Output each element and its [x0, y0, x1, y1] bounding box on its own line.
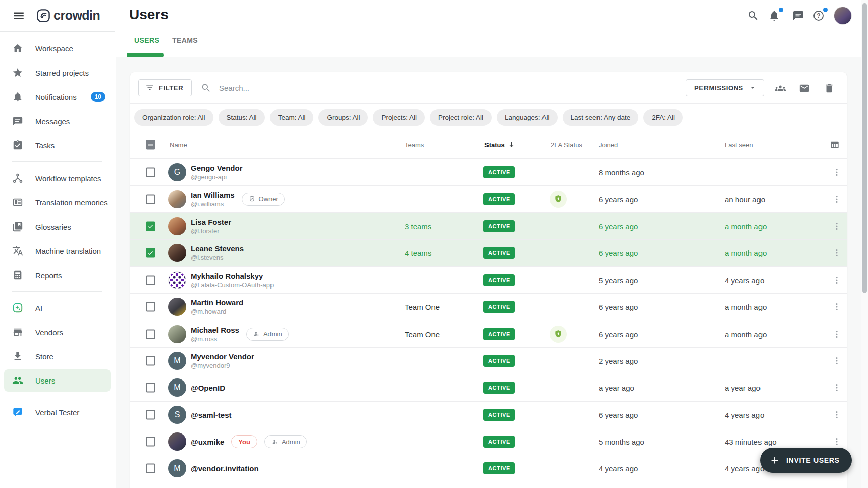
- sidebar-item-ai[interactable]: AI: [0, 296, 115, 320]
- row-menu-kebab-icon[interactable]: [832, 248, 842, 258]
- filter-chip-2fa[interactable]: 2FA: All: [643, 109, 683, 126]
- send-message-icon[interactable]: [799, 83, 810, 94]
- avatar[interactable]: [168, 217, 186, 235]
- permissions-dropdown[interactable]: PERMISSIONS: [686, 79, 764, 96]
- user-name-link[interactable]: @vendor.invitation: [191, 464, 259, 473]
- sidebar-item-users[interactable]: Users: [4, 369, 111, 392]
- filter-chip-groups[interactable]: Groups: All: [318, 109, 368, 126]
- row-menu-kebab-icon[interactable]: [832, 167, 842, 177]
- column-header-status[interactable]: Status: [484, 141, 515, 149]
- sidebar-item-workspace[interactable]: Workspace: [0, 36, 115, 61]
- row-menu-kebab-icon[interactable]: [832, 356, 842, 366]
- scrollbar-thumb[interactable]: [862, 3, 867, 293]
- notifications-bell-icon[interactable]: [768, 10, 780, 22]
- avatar[interactable]: [168, 190, 186, 208]
- column-settings-icon[interactable]: [830, 140, 840, 150]
- tab-users[interactable]: USERS: [134, 36, 159, 44]
- search-input[interactable]: [218, 80, 531, 96]
- filter-chip-organization-role[interactable]: Organization role: All: [134, 109, 213, 126]
- crowdin-logo-text[interactable]: crowdin: [53, 8, 100, 23]
- sidebar-item-tasks[interactable]: Tasks: [0, 133, 115, 157]
- avatar[interactable]: [168, 271, 186, 289]
- row-checkbox[interactable]: [146, 194, 155, 204]
- row-checkbox[interactable]: [146, 221, 155, 231]
- row-menu-kebab-icon[interactable]: [832, 437, 842, 447]
- user-name-link[interactable]: Myvendor Vendor: [191, 352, 254, 361]
- column-header-joined[interactable]: Joined: [599, 141, 618, 149]
- row-menu-kebab-icon[interactable]: [832, 410, 842, 420]
- sidebar-item-label: Messages: [35, 117, 70, 126]
- invite-users-button[interactable]: INVITE USERS: [760, 448, 852, 473]
- row-checkbox[interactable]: [146, 410, 155, 419]
- crowdin-logo-icon[interactable]: [36, 9, 50, 23]
- filter-chip-languages[interactable]: Languages: All: [497, 109, 558, 126]
- row-menu-kebab-icon[interactable]: [832, 275, 842, 285]
- user-name-link[interactable]: Martin Howard: [191, 298, 243, 307]
- row-menu-kebab-icon[interactable]: [832, 194, 842, 204]
- user-name-link[interactable]: Lisa Foster: [191, 217, 231, 227]
- avatar[interactable]: [168, 325, 186, 343]
- user-name-link[interactable]: Ian Williams: [191, 190, 235, 200]
- row-checkbox[interactable]: [146, 356, 155, 365]
- sidebar-item-messages[interactable]: Messages: [0, 109, 115, 133]
- filter-chip-project-role[interactable]: Project role: All: [430, 109, 492, 126]
- user-name-link[interactable]: @saml-test: [191, 410, 232, 419]
- user-name-link[interactable]: Gengo Vendor: [191, 163, 243, 173]
- row-checkbox[interactable]: [146, 168, 155, 177]
- row-checkbox[interactable]: [146, 437, 155, 447]
- sidebar-item-translation-memories[interactable]: Translation memories: [0, 190, 115, 214]
- sidebar-item-reports[interactable]: Reports: [0, 263, 115, 287]
- sidebar-item-workflow-templates[interactable]: Workflow templates: [0, 166, 115, 190]
- sidebar-item-glossaries[interactable]: Glossaries: [0, 214, 115, 239]
- avatar[interactable]: M: [168, 352, 186, 370]
- row-menu-kebab-icon[interactable]: [832, 221, 842, 231]
- search-icon[interactable]: [747, 10, 760, 22]
- user-name-link[interactable]: Leane Stevens: [191, 244, 244, 253]
- filter-chip-team[interactable]: Team: All: [270, 109, 314, 126]
- sidebar-item-store[interactable]: Store: [0, 344, 115, 368]
- teams-link[interactable]: 4 teams: [405, 249, 431, 257]
- user-name-link[interactable]: @uxmike: [191, 437, 224, 447]
- add-to-team-icon[interactable]: [775, 83, 786, 94]
- avatar[interactable]: [168, 244, 186, 262]
- sidebar-item-verbal-tester[interactable]: Verbal Tester: [0, 400, 115, 424]
- row-menu-kebab-icon[interactable]: [832, 383, 842, 393]
- avatar[interactable]: M: [168, 378, 186, 397]
- filter-chip-last-seen[interactable]: Last seen: Any date: [563, 109, 639, 126]
- filter-button[interactable]: FILTER: [138, 79, 192, 96]
- avatar[interactable]: M: [168, 459, 186, 477]
- sidebar-item-machine-translation[interactable]: Machine translation: [0, 239, 115, 263]
- sidebar-item-starred-projects[interactable]: Starred projects: [0, 61, 115, 85]
- filter-chip-status[interactable]: Status: All: [219, 109, 265, 126]
- user-name-link[interactable]: Mykhailo Rohalskyy: [191, 271, 274, 281]
- row-checkbox[interactable]: [146, 329, 155, 339]
- messages-icon[interactable]: [792, 10, 804, 22]
- avatar[interactable]: [168, 432, 186, 451]
- user-name-link[interactable]: Michael Ross: [191, 325, 239, 335]
- avatar[interactable]: [168, 298, 186, 316]
- avatar[interactable]: S: [168, 406, 186, 424]
- user-avatar[interactable]: [834, 7, 852, 25]
- tab-teams[interactable]: TEAMS: [172, 36, 198, 44]
- user-name-link[interactable]: @OpenID: [191, 383, 225, 393]
- sidebar-item-notifications[interactable]: Notifications10: [0, 85, 115, 109]
- help-icon[interactable]: ?: [812, 10, 825, 22]
- filter-chip-projects[interactable]: Projects: All: [373, 109, 425, 126]
- sidebar-item-vendors[interactable]: Vendors: [0, 320, 115, 344]
- menu-icon[interactable]: [12, 9, 25, 22]
- column-header-2fa[interactable]: 2FA Status: [551, 141, 582, 149]
- delete-icon[interactable]: [824, 83, 835, 94]
- row-checkbox[interactable]: [146, 275, 155, 285]
- column-header-last-seen[interactable]: Last seen: [725, 141, 753, 149]
- column-header-teams[interactable]: Teams: [405, 141, 424, 149]
- row-checkbox[interactable]: [146, 248, 155, 258]
- select-all-checkbox[interactable]: [146, 140, 155, 150]
- teams-link[interactable]: 3 teams: [405, 222, 431, 230]
- row-checkbox[interactable]: [146, 383, 155, 393]
- column-header-name[interactable]: Name: [170, 141, 187, 149]
- row-checkbox[interactable]: [146, 302, 155, 312]
- row-checkbox[interactable]: [146, 464, 155, 473]
- row-menu-kebab-icon[interactable]: [832, 302, 842, 312]
- avatar[interactable]: G: [168, 163, 186, 181]
- row-menu-kebab-icon[interactable]: [832, 329, 842, 339]
